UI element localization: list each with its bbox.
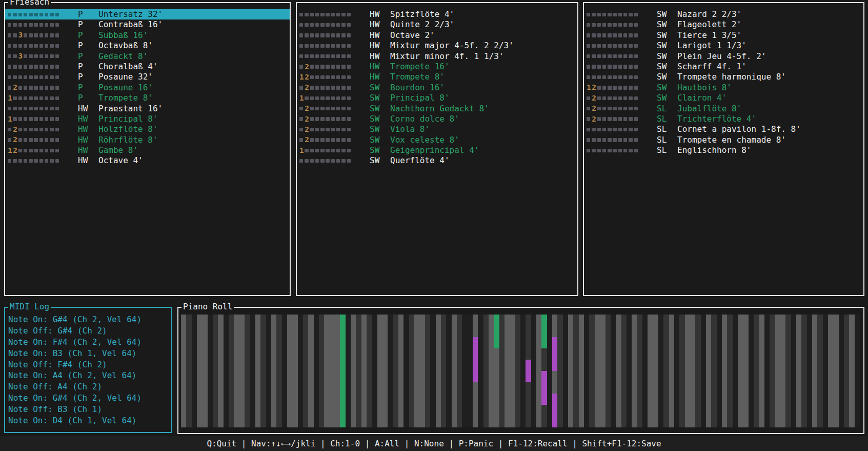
stop-row[interactable]: 2SWClairon 4'	[584, 93, 863, 103]
stop-division: SW	[370, 104, 379, 114]
channel-slot-square	[587, 107, 590, 110]
channel-slot-square	[341, 159, 345, 163]
stop-row[interactable]: 2HWTrompete 16'	[297, 62, 577, 72]
channel-slot-square	[331, 117, 335, 121]
stop-row[interactable]: PContrabaß 16'	[5, 19, 290, 30]
stop-row[interactable]: SLTrompete en chamade 8'	[584, 135, 863, 145]
stop-row[interactable]: 12HWTrompete 8'	[297, 72, 577, 82]
channel-slot-square	[55, 107, 59, 110]
roll-cell	[584, 315, 589, 427]
stop-row[interactable]: 3PGedackt 8'	[5, 51, 290, 62]
channel-indicator: 1	[8, 114, 59, 124]
stop-division: SW	[657, 30, 667, 41]
stop-row[interactable]: PChoralbaß 4'	[5, 62, 290, 72]
channel-slot-square	[34, 33, 37, 37]
channel-indicator	[8, 41, 59, 51]
channel-slot-square	[623, 54, 627, 58]
channel-slot-square	[310, 23, 314, 27]
roll-cell	[855, 315, 860, 427]
roll-cell	[817, 315, 822, 427]
stop-list: SWNazard 2 2/3'SWFlageolett 2'SWTierce 1…	[584, 9, 863, 155]
roll-cell	[828, 315, 833, 427]
roll-cell	[382, 315, 388, 427]
stop-row[interactable]: POctavbaß 8'	[5, 41, 290, 51]
channel-slot-square	[623, 33, 627, 37]
channel-slot-square	[29, 23, 32, 27]
channel-slot-square	[618, 54, 622, 58]
roll-cell	[541, 315, 547, 427]
channel-slot-square	[305, 159, 308, 163]
stop-row[interactable]: SWTrompete harmonique 8'	[584, 72, 863, 82]
stop-name: Trompete 16'	[390, 62, 450, 72]
stop-row[interactable]: 2SWNachthorn Gedackt 8'	[297, 104, 577, 114]
channel-slot-square	[24, 33, 27, 37]
channel-slot-square	[39, 13, 43, 16]
stop-row[interactable]: SLCornet a pavilon 1-8f. 8'	[584, 124, 863, 134]
stop-row[interactable]: 2HWRöhrflöte 8'	[5, 135, 290, 145]
channel-slot-square	[331, 107, 335, 110]
channel-slot-square	[13, 33, 16, 37]
stop-row[interactable]: 2SLJubalflöte 8'	[584, 104, 863, 114]
stop-row[interactable]: HWPraestant 16'	[5, 104, 290, 114]
stop-row[interactable]: PUntersatz 32'	[5, 9, 290, 19]
channel-slot-square	[55, 13, 59, 16]
stop-row[interactable]: 12HWGambe 8'	[5, 145, 290, 155]
midi-log-entry: Note On: G#4 (Ch 2, Vel 64)	[5, 314, 171, 325]
channel-slot-square	[347, 159, 351, 163]
stop-row[interactable]: 2SWCorno dolce 8'	[297, 114, 577, 124]
stop-row[interactable]: SWTierce 1 3/5'	[584, 30, 863, 41]
stop-row[interactable]: 12SWHautbois 8'	[584, 83, 863, 93]
stop-row[interactable]: 2SWVox celeste 8'	[297, 135, 577, 145]
channel-slot-square	[39, 117, 43, 121]
channel-slot-square	[634, 54, 638, 58]
channel-indicator: 1	[299, 145, 351, 155]
stop-row[interactable]: SLEnglischhorn 8'	[584, 145, 863, 155]
stop-row[interactable]: HWSpitzflöte 4'	[297, 9, 577, 19]
channel-slot-square	[341, 128, 345, 131]
stop-row[interactable]: SWPlein Jeu 4-5f. 2'	[584, 51, 863, 62]
channel-indicator: 2	[587, 104, 638, 114]
stop-row[interactable]: SWScharff 4f. 1'	[584, 62, 863, 72]
roll-cell	[292, 315, 297, 427]
channel-slot-square	[336, 54, 340, 58]
stop-row[interactable]: SWLarigot 1 1/3'	[584, 41, 863, 51]
stop-row[interactable]: 1SWGeigenprincipal 4'	[297, 145, 577, 155]
channel-slot-square	[55, 75, 59, 79]
stop-row[interactable]: 2SWViola 8'	[297, 124, 577, 134]
channel-slot-square	[341, 75, 345, 79]
stop-row[interactable]: 1SWPrincipal 8'	[297, 93, 577, 103]
channel-slot-square	[623, 149, 627, 152]
stop-row[interactable]: 2PPosaune 16'	[5, 83, 290, 93]
stop-row[interactable]: HWMixtur major 4-5f. 2 2/3'	[297, 41, 577, 51]
stop-row[interactable]: SWNazard 2 2/3'	[584, 9, 863, 19]
channel-slot-square	[34, 54, 37, 58]
roll-cell	[547, 315, 552, 427]
stop-row[interactable]: HWOctave 2'	[297, 30, 577, 41]
stop-row[interactable]: 2SLTrichterflöte 4'	[584, 114, 863, 124]
stop-row[interactable]: 2SWBourdon 16'	[297, 83, 577, 93]
channel-slot-square	[29, 159, 32, 163]
stop-row[interactable]: PPosaune 32'	[5, 72, 290, 82]
stop-row[interactable]: 1PTrompete 8'	[5, 93, 290, 103]
channel-slot-square	[592, 23, 595, 27]
roll-cell	[213, 315, 218, 427]
stop-row[interactable]: SWQuerflöte 4'	[297, 155, 577, 166]
stop-row[interactable]: 3PSubbaß 16'	[5, 30, 290, 41]
channel-slot-square	[24, 128, 27, 131]
stop-row[interactable]: SWFlageolett 2'	[584, 19, 863, 30]
roll-cell	[568, 315, 573, 427]
channel-slot-square	[331, 13, 335, 16]
channel-slot-square	[597, 75, 601, 79]
stop-row[interactable]: HWQuinte 2 2/3'	[297, 19, 577, 30]
channel-slot-square	[634, 86, 638, 89]
stop-row[interactable]: 2HWHolzflöte 8'	[5, 124, 290, 134]
channel-indicator: 3	[8, 51, 59, 62]
channel-slot-square	[634, 23, 638, 27]
stop-division: SW	[370, 135, 379, 145]
stop-row[interactable]: HWOctave 4'	[5, 155, 290, 166]
channel-slot-square	[341, 96, 345, 100]
stop-row[interactable]: 1HWPrincipal 8'	[5, 114, 290, 124]
channel-indicator	[299, 41, 351, 51]
channel-slot-square	[24, 149, 27, 152]
stop-row[interactable]: HWMixtur minor 4f. 1 1/3'	[297, 51, 577, 62]
